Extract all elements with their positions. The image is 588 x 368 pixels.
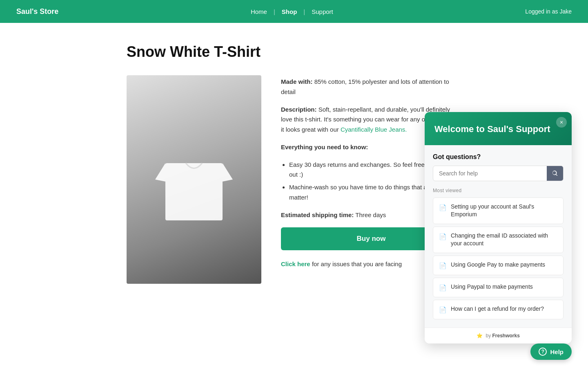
navbar: Saul's Store Home | Shop | Support Logge… xyxy=(0,0,588,23)
help-item-3[interactable]: 📄 Using Paypal to make payments xyxy=(433,278,564,297)
help-item-text-3: Using Paypal to make payments xyxy=(451,283,533,291)
product-image-placeholder xyxy=(127,75,261,284)
search-input[interactable] xyxy=(433,166,547,181)
svg-marker-1 xyxy=(155,163,165,182)
search-wrap xyxy=(433,166,564,181)
help-item-0[interactable]: 📄 Setting up your account at Saul's Empo… xyxy=(433,197,564,224)
widget-title: Welcome to Saul's Support xyxy=(434,123,562,135)
blue-jeans-link[interactable]: Cyantifically Blue Jeans. xyxy=(341,126,407,133)
help-item-icon-3: 📄 xyxy=(439,283,447,292)
nav-link-home[interactable]: Home xyxy=(244,8,274,15)
widget-header: Welcome to Saul's Support × xyxy=(425,112,572,145)
help-item-text-1: Changing the email ID associated with yo… xyxy=(451,232,557,248)
tshirt-svg xyxy=(153,135,235,224)
help-item-icon-2: 📄 xyxy=(439,261,447,270)
search-icon xyxy=(552,170,558,177)
svg-marker-2 xyxy=(223,163,233,182)
nav-user-status: Logged in as Jake xyxy=(525,8,572,15)
help-item-text-2: Using Google Pay to make payments xyxy=(451,261,545,269)
help-item-icon-0: 📄 xyxy=(439,203,447,212)
nav-links: Home | Shop | Support xyxy=(244,8,340,15)
click-here-suffix: for any issues that you are facing xyxy=(310,260,402,267)
widget-body: Got questions? Most viewed 📄 Setting up … xyxy=(425,145,572,304)
description-label: Description: xyxy=(281,106,317,113)
search-button[interactable] xyxy=(547,166,563,181)
nav-link-shop[interactable]: Shop xyxy=(275,8,304,15)
got-questions-label: Got questions? xyxy=(433,153,564,161)
widget-close-button[interactable]: × xyxy=(556,117,567,128)
product-image xyxy=(127,75,261,284)
help-item-2[interactable]: 📄 Using Google Pay to make payments xyxy=(433,256,564,275)
help-item-1[interactable]: 📄 Changing the email ID associated with … xyxy=(433,227,564,253)
click-here-link[interactable]: Click here xyxy=(281,260,310,267)
made-with-label: Made with: xyxy=(281,78,313,85)
most-viewed-label: Most viewed xyxy=(433,188,564,193)
main-content: Snow White T-Shirt Made wi xyxy=(110,23,478,304)
help-items-list: 📄 Setting up your account at Saul's Empo… xyxy=(433,197,564,304)
nav-link-support[interactable]: Support xyxy=(305,8,340,15)
help-item-icon-1: 📄 xyxy=(439,232,447,241)
support-widget: Welcome to Saul's Support × Got question… xyxy=(425,112,572,304)
help-item-4[interactable]: 📄 How can I get a refund for my order? xyxy=(433,300,564,304)
page-title: Snow White T-Shirt xyxy=(127,43,461,61)
shipping-label: Estimated shipping time: xyxy=(281,211,354,218)
help-item-text-0: Setting up your account at Saul's Empori… xyxy=(451,203,557,219)
product-layout: Made with: 85% cotton, 15% polyester and… xyxy=(127,75,461,284)
nav-brand[interactable]: Saul's Store xyxy=(16,7,58,16)
svg-rect-0 xyxy=(165,163,223,220)
made-with: Made with: 85% cotton, 15% polyester and… xyxy=(281,77,461,97)
shipping-value: Three days xyxy=(355,211,386,218)
